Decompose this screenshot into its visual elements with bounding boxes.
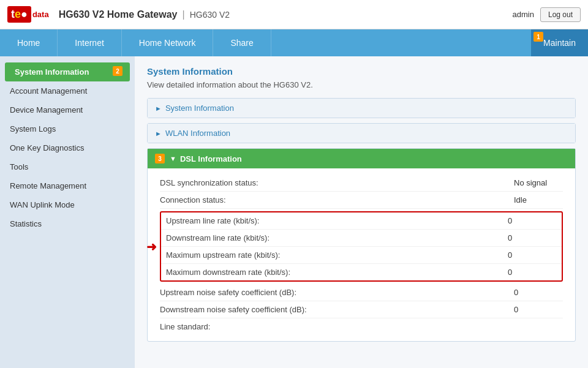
- dsl-label-connection-status: Connection status:: [160, 195, 514, 205]
- main-layout: System Information 2 Account Management …: [0, 56, 588, 368]
- sidebar-badge-2: 2: [113, 66, 123, 76]
- chevron-right-icon-2: ►: [155, 130, 162, 137]
- dsl-value-connection-status: Idle: [514, 195, 563, 205]
- dsl-value-downstream-noise: 0: [514, 305, 563, 314]
- section-title-system-info: System Information: [165, 103, 234, 113]
- sidebar-item-wan-uplink-mode[interactable]: WAN Uplink Mode: [0, 195, 135, 214]
- nav-item-share[interactable]: Share: [213, 29, 271, 56]
- sidebar-item-one-key-diagnostics[interactable]: One Key Diagnostics: [0, 138, 135, 157]
- sidebar-item-label: Statistics: [10, 219, 42, 228]
- content-area: System Information View detailed informa…: [135, 56, 588, 368]
- sidebar-item-label: One Key Diagnostics: [10, 143, 84, 152]
- dsl-badge-3: 3: [155, 154, 165, 163]
- red-highlighted-group: ➜ Upstream line rate (kbit/s): 0 Downstr…: [160, 211, 563, 282]
- section-wlan-info: ► WLAN Information: [147, 123, 576, 143]
- dsl-row-sync-status: DSL synchronization status: No signal: [160, 175, 563, 192]
- dsl-value-max-downstream: 0: [508, 268, 557, 277]
- dsl-row-connection-status: Connection status: Idle: [160, 192, 563, 209]
- section-header-dsl-info[interactable]: 3 ▼ DSL Information: [148, 149, 575, 168]
- content-description: View detailed information about the HG63…: [147, 80, 576, 89]
- sidebar: System Information 2 Account Management …: [0, 56, 135, 368]
- sidebar-item-label: System Logs: [10, 124, 56, 133]
- dsl-value-upstream-rate: 0: [508, 216, 557, 225]
- dsl-value-downstream-rate: 0: [508, 233, 557, 242]
- section-header-system-info[interactable]: ► System Information: [148, 99, 575, 118]
- dsl-row-max-upstream: Maximum upstream rate (kbit/s): 0: [161, 247, 562, 264]
- content-title: System Information: [147, 66, 576, 77]
- dsl-value-max-upstream: 0: [508, 250, 557, 260]
- sidebar-item-label: Account Management: [10, 86, 87, 96]
- dsl-row-upstream-rate: Upstream line rate (kbit/s): 0: [161, 212, 562, 230]
- maintain-badge: 1: [533, 32, 543, 42]
- sidebar-item-remote-management[interactable]: Remote Management: [0, 176, 135, 195]
- dsl-label-max-downstream: Maximum downstream rate (kbit/s):: [166, 268, 508, 277]
- sidebar-item-system-logs[interactable]: System Logs: [0, 119, 135, 138]
- sidebar-item-label: System Information: [15, 67, 89, 77]
- sidebar-item-label: WAN Uplink Mode: [10, 200, 75, 209]
- dsl-row-max-downstream: Maximum downstream rate (kbit/s): 0: [161, 264, 562, 280]
- dsl-value-sync-status: No signal: [514, 178, 563, 187]
- sidebar-item-label: Remote Management: [10, 181, 86, 190]
- maintain-label: Maintain: [543, 38, 576, 48]
- main-nav: Home Internet Home Network Share 1 Maint…: [0, 29, 588, 56]
- dsl-label-upstream-noise: Upstream noise safety coefficient (dB):: [160, 288, 514, 297]
- dsl-row-upstream-noise: Upstream noise safety coefficient (dB): …: [160, 284, 563, 301]
- sidebar-item-system-information[interactable]: System Information 2: [5, 62, 130, 81]
- dsl-content: DSL synchronization status: No signal Co…: [148, 168, 575, 341]
- dsl-label-line-standard: Line standard:: [160, 322, 514, 331]
- sidebar-item-statistics[interactable]: Statistics: [0, 214, 135, 233]
- header: te● data HG630 V2 Home Gateway | HG630 V…: [0, 0, 588, 29]
- red-arrow-icon: ➜: [146, 239, 157, 254]
- chevron-right-icon: ►: [155, 105, 162, 112]
- section-dsl-info: 3 ▼ DSL Information DSL synchronization …: [147, 148, 576, 342]
- sidebar-item-tools[interactable]: Tools: [0, 157, 135, 176]
- dsl-label-sync-status: DSL synchronization status:: [160, 178, 514, 187]
- chevron-down-icon: ▼: [170, 155, 176, 162]
- dsl-row-downstream-noise: Downstream noise safety coefficient (dB)…: [160, 301, 563, 318]
- dsl-label-upstream-rate: Upstream line rate (kbit/s):: [166, 216, 508, 225]
- sidebar-item-label: Tools: [10, 162, 28, 171]
- section-title-dsl-info: DSL Information: [180, 154, 242, 163]
- nav-item-home[interactable]: Home: [0, 29, 58, 56]
- red-box: Upstream line rate (kbit/s): 0 Downstrea…: [160, 211, 563, 282]
- dsl-row-downstream-rate: Downstream line rate (kbit/s): 0: [161, 230, 562, 247]
- sidebar-item-account-management[interactable]: Account Management: [0, 81, 135, 100]
- header-subtitle: HG630 V2: [190, 10, 230, 20]
- header-divider: |: [183, 9, 185, 20]
- logo-te: te●: [7, 6, 31, 23]
- section-header-wlan-info[interactable]: ► WLAN Information: [148, 124, 575, 143]
- sidebar-item-device-management[interactable]: Device Management: [0, 100, 135, 119]
- dsl-value-upstream-noise: 0: [514, 288, 563, 297]
- nav-item-home-network[interactable]: Home Network: [122, 29, 214, 56]
- admin-label: admin: [513, 10, 534, 19]
- dsl-row-line-standard: Line standard:: [160, 318, 563, 335]
- nav-item-maintain[interactable]: 1 Maintain: [531, 29, 588, 56]
- logo-data: data: [32, 10, 49, 19]
- section-title-wlan-info: WLAN Information: [165, 129, 230, 138]
- sidebar-item-label: Device Management: [10, 105, 83, 115]
- dsl-label-downstream-noise: Downstream noise safety coefficient (dB)…: [160, 305, 514, 314]
- dsl-label-downstream-rate: Downstream line rate (kbit/s):: [166, 233, 508, 242]
- header-title: HG630 V2 Home Gateway: [59, 9, 178, 20]
- logout-button[interactable]: Log out: [540, 7, 581, 22]
- dsl-label-max-upstream: Maximum upstream rate (kbit/s):: [166, 250, 508, 260]
- header-right: admin Log out: [513, 7, 581, 22]
- section-system-info: ► System Information: [147, 98, 576, 118]
- logo: te● data: [7, 6, 49, 23]
- nav-item-internet[interactable]: Internet: [58, 29, 121, 56]
